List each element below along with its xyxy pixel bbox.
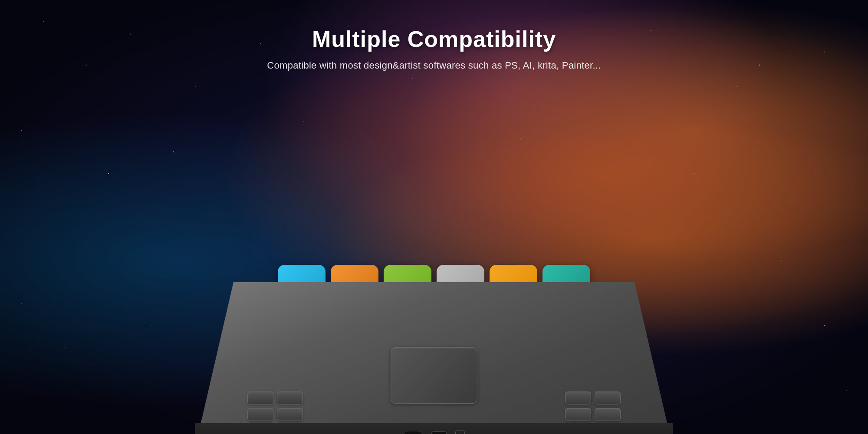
port-2 xyxy=(431,431,447,434)
left-button-group xyxy=(247,391,303,421)
page-content: Multiple Compatibility Compatible with m… xyxy=(0,0,868,434)
page-subtitle: Compatible with most design&artist softw… xyxy=(267,60,601,71)
touchpad[interactable] xyxy=(391,347,477,404)
tablet-body: Ps Ai Sai ZBRUSH Corel Maya xyxy=(195,265,673,434)
left-btn-4[interactable] xyxy=(277,408,303,421)
header-section: Multiple Compatibility Compatible with m… xyxy=(267,26,601,71)
right-btn-3[interactable] xyxy=(565,408,591,421)
tablet-buttons-area xyxy=(195,391,673,421)
left-btn-2[interactable] xyxy=(277,391,303,404)
power-button[interactable] xyxy=(455,431,465,434)
page-title: Multiple Compatibility xyxy=(267,26,601,52)
left-btn-1[interactable] xyxy=(247,391,273,404)
tablet-device: Ps Ai Sai ZBRUSH Corel Maya xyxy=(195,265,673,434)
usb-c-port xyxy=(403,431,423,434)
right-btn-1[interactable] xyxy=(565,391,591,404)
tablet-bottom-edge xyxy=(195,423,673,434)
right-button-group xyxy=(565,391,621,421)
right-btn-2[interactable] xyxy=(595,391,621,404)
right-btn-4[interactable] xyxy=(595,408,621,421)
left-btn-3[interactable] xyxy=(247,408,273,421)
